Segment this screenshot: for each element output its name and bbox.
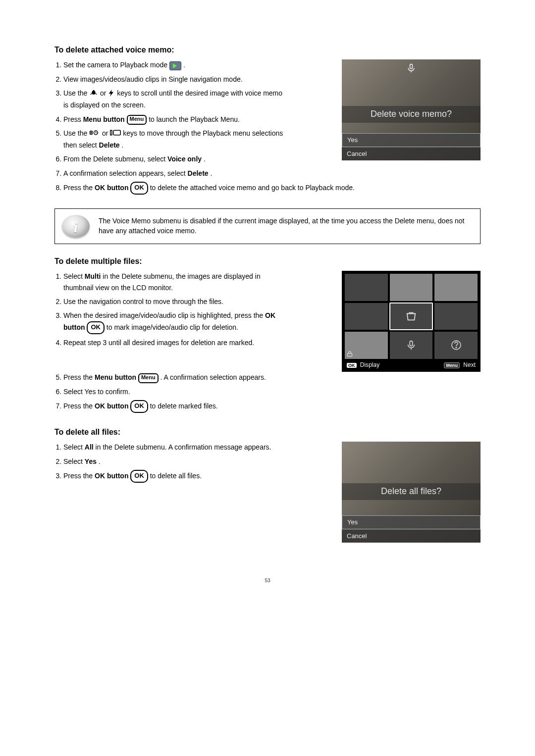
dialog-option-yes[interactable]: Yes bbox=[342, 133, 481, 147]
menu-label: Next bbox=[463, 361, 476, 368]
steps-list: Set the camera to Playback mode . View i… bbox=[63, 59, 289, 179]
dialog-option-yes[interactable]: Yes bbox=[342, 515, 481, 529]
step: When the desired image/video/audio clip … bbox=[63, 310, 289, 334]
thumbnail bbox=[345, 303, 388, 330]
menu-button-icon: Menu bbox=[127, 115, 147, 125]
steps-list: Select All in the Delete submenu. A conf… bbox=[63, 442, 289, 483]
steps-list-cont: Press the Menu button Menu . A confirmat… bbox=[63, 372, 481, 413]
step: Press Menu button Menu to launch the Pla… bbox=[63, 114, 289, 125]
step: Select All in the Delete submenu. A conf… bbox=[63, 442, 289, 453]
dialog-option-cancel[interactable]: Cancel bbox=[342, 147, 481, 160]
af-led-icon bbox=[89, 128, 100, 139]
thumbnail bbox=[434, 274, 478, 301]
ok-tag: OK bbox=[347, 363, 357, 368]
step: A confirmation selection appears, select… bbox=[63, 168, 289, 179]
svg-rect-6 bbox=[113, 131, 120, 135]
camera-screen-all-files: Delete all files? Yes Cancel bbox=[342, 442, 481, 543]
step: View images/videos/audio clips in Single… bbox=[63, 74, 289, 85]
camera-screen-thumbnails: OK Display Menu Next bbox=[342, 271, 481, 372]
step: Repeat step 3 until all desired images f… bbox=[63, 337, 289, 348]
svg-rect-7 bbox=[347, 353, 352, 356]
ok-label: Display bbox=[360, 361, 379, 368]
dialog-title: Delete all files? bbox=[342, 483, 481, 500]
steps-list-cont: Press the OK button OK to delete the att… bbox=[63, 182, 481, 195]
svg-point-11 bbox=[456, 347, 457, 348]
thumbnail bbox=[390, 274, 433, 301]
ok-button-icon: OK bbox=[130, 400, 148, 413]
playback-icon bbox=[169, 61, 181, 70]
svg-point-3 bbox=[91, 132, 92, 133]
steps-list: Select Multi in the Delete submenu, the … bbox=[63, 271, 289, 348]
thumbnail-bar: OK Display Menu Next bbox=[345, 359, 478, 369]
info-note: The Voice Memo submenu is disabled if th… bbox=[54, 208, 481, 244]
step: Use the or keys to move through the Play… bbox=[63, 128, 289, 151]
camera-screen-voice-memo: Delete voice memo? Yes Cancel bbox=[342, 59, 481, 160]
microphone-icon bbox=[406, 62, 416, 74]
macro-icon bbox=[89, 89, 98, 99]
thumbnail bbox=[390, 332, 433, 358]
thumbnail bbox=[434, 332, 478, 358]
ok-button-icon: OK bbox=[130, 470, 148, 483]
svg-rect-5 bbox=[110, 131, 112, 135]
step: Press the OK button OK to delete marked … bbox=[63, 400, 481, 413]
step: Set the camera to Playback mode . bbox=[63, 59, 289, 70]
thumbnail bbox=[434, 303, 478, 330]
heading-delete-multiple: To delete multiple files: bbox=[54, 256, 481, 267]
step: Select Multi in the Delete submenu, the … bbox=[63, 271, 289, 293]
step: From the Delete submenu, select Voice on… bbox=[63, 153, 289, 164]
info-icon bbox=[62, 215, 90, 238]
page-number: 53 bbox=[54, 577, 481, 584]
thumbnail bbox=[345, 332, 388, 358]
ok-button-icon: OK bbox=[87, 321, 105, 334]
step: Use the navigation control to move throu… bbox=[63, 296, 289, 307]
thumbnail bbox=[345, 274, 388, 301]
step: Press the OK button OK to delete the att… bbox=[63, 182, 481, 195]
dialog-title: Delete voice memo? bbox=[342, 106, 481, 122]
ok-button-icon: OK bbox=[130, 182, 148, 195]
step: Press the Menu button Menu . A confirmat… bbox=[63, 372, 481, 383]
menu-button-icon: Menu bbox=[138, 373, 159, 383]
step: Select Yes to confirm. bbox=[63, 386, 481, 397]
heading-delete-voice-memo: To delete attached voice memo: bbox=[54, 45, 481, 55]
menu-tag: Menu bbox=[444, 362, 460, 368]
svg-rect-8 bbox=[410, 341, 413, 346]
dialog-option-cancel[interactable]: Cancel bbox=[342, 529, 481, 543]
display-icon bbox=[110, 128, 121, 139]
heading-delete-all: To delete all files: bbox=[54, 427, 481, 438]
svg-rect-0 bbox=[410, 64, 413, 69]
step: Select Yes . bbox=[63, 456, 289, 467]
step: Use the or keys to scroll until the desi… bbox=[63, 88, 289, 111]
step: Press the OK button OK to delete all fil… bbox=[63, 470, 289, 483]
flash-icon bbox=[108, 88, 115, 100]
thumbnail-selected bbox=[390, 303, 433, 330]
info-text: The Voice Memo submenu is disabled if th… bbox=[99, 216, 473, 236]
